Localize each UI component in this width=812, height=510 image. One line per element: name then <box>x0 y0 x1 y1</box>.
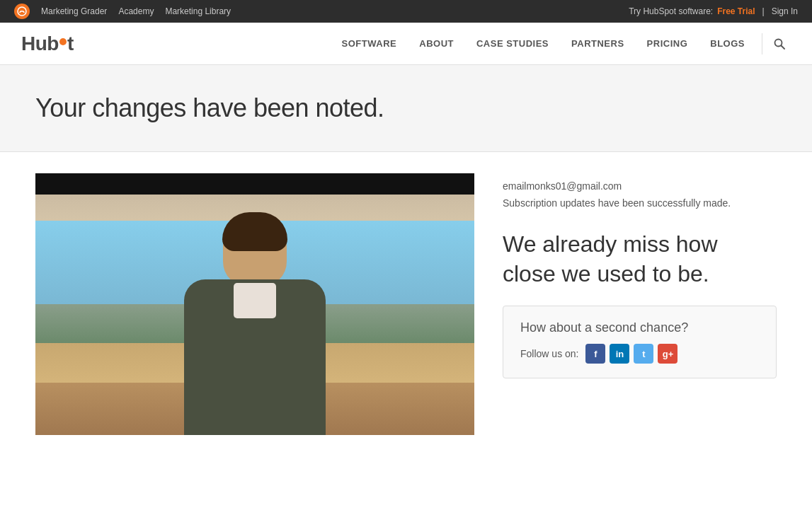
social-box: How about a second chance? Follow us on:… <box>503 306 777 378</box>
hubspot-logo-small <box>14 4 30 19</box>
main-content: emailmonks01@gmail.com Subscription upda… <box>0 152 812 456</box>
top-bar-right: Try HubSpot software: Free Trial | Sign … <box>629 6 798 16</box>
top-bar: Marketing Grader Academy Marketing Libra… <box>0 0 812 23</box>
nav-marketing-library[interactable]: Marketing Library <box>165 6 231 16</box>
facebook-icon[interactable]: f <box>585 344 605 364</box>
nav-case-studies[interactable]: CASE STUDIES <box>465 23 560 65</box>
nav-pricing[interactable]: PRICING <box>636 23 699 65</box>
nav-about[interactable]: ABOUT <box>408 23 465 65</box>
nav-partners[interactable]: PARTNERS <box>560 23 636 65</box>
video-overlay-top <box>35 173 474 195</box>
right-panel: emailmonks01@gmail.com Subscription upda… <box>503 173 777 378</box>
follow-label: Follow us on: <box>520 348 578 359</box>
social-icons-group: f in t g+ <box>585 344 677 364</box>
second-chance-label: How about a second chance? <box>520 320 759 335</box>
svg-line-2 <box>782 45 785 49</box>
page-title: Your changes have been noted. <box>35 93 777 123</box>
hero-banner: Your changes have been noted. <box>0 65 812 152</box>
hubspot-logo[interactable]: Hubt <box>21 33 74 55</box>
try-software-label: Try HubSpot software: <box>629 6 713 16</box>
sign-in-link[interactable]: Sign In <box>772 6 798 16</box>
linkedin-icon[interactable]: in <box>610 344 629 364</box>
nav-marketing-grader[interactable]: Marketing Grader <box>41 6 107 16</box>
main-nav: SOFTWARE ABOUT CASE STUDIES PARTNERS PRI… <box>331 23 791 65</box>
nav-academy[interactable]: Academy <box>118 6 154 16</box>
twitter-icon[interactable]: t <box>634 344 653 364</box>
site-header: Hubt SOFTWARE ABOUT CASE STUDIES PARTNER… <box>0 23 812 65</box>
nav-divider <box>762 33 762 54</box>
miss-message: We already miss how close we used to be. <box>503 230 777 289</box>
video-container[interactable] <box>35 173 474 435</box>
video-thumbnail <box>35 173 474 435</box>
follow-row: Follow us on: f in t g+ <box>520 344 759 364</box>
search-button[interactable] <box>768 38 791 50</box>
logo-dot <box>59 38 67 45</box>
googleplus-icon[interactable]: g+ <box>658 344 677 364</box>
logo-text-spot: t <box>67 33 74 55</box>
nav-software[interactable]: SOFTWARE <box>331 23 408 65</box>
email-display: emailmonks01@gmail.com <box>503 180 777 192</box>
pipe-divider: | <box>762 6 765 16</box>
nav-blogs[interactable]: BLOGS <box>699 23 756 65</box>
search-icon <box>774 38 785 50</box>
subscription-message: Subscription updates have been successfu… <box>503 197 777 209</box>
top-bar-left: Marketing Grader Academy Marketing Libra… <box>14 4 231 19</box>
logo-text-hub: Hub <box>21 33 59 55</box>
free-trial-link[interactable]: Free Trial <box>717 6 755 16</box>
